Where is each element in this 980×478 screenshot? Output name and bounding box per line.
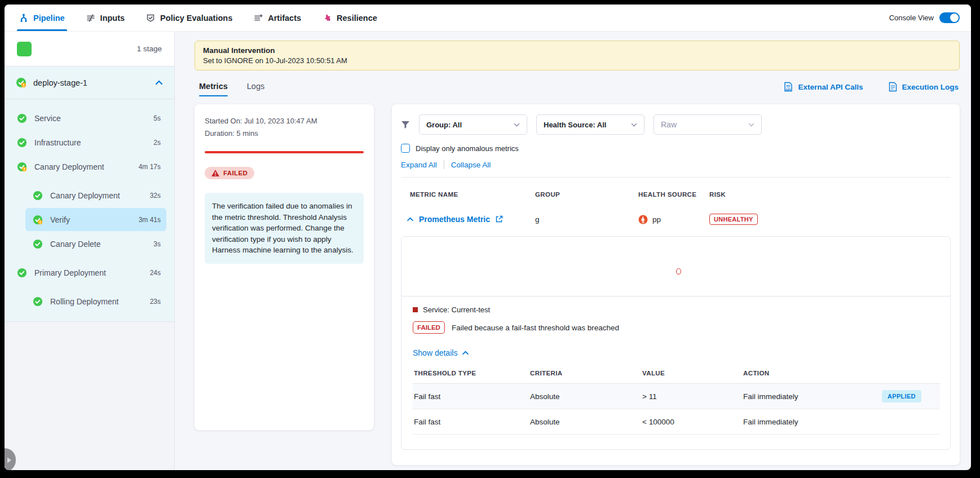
threshold-type: Fail fast	[414, 392, 530, 401]
col-risk: RISK	[709, 191, 951, 198]
raw-filter-select[interactable]: Raw	[654, 114, 762, 135]
banner-title: Manual Intervention	[203, 46, 951, 55]
filter-row: Group: All Health Source: All Raw	[401, 114, 951, 135]
expand-collapse-row: Expand All Collapse All	[401, 160, 951, 169]
success-icon	[17, 113, 27, 123]
col-value: VALUE	[642, 370, 743, 377]
step-verify[interactable]: Verify 3m 41s	[5, 207, 174, 232]
step-list: Service 5s Infrastructure 2s Canary Depl…	[5, 99, 174, 313]
step-label: Canary Deployment	[50, 191, 120, 200]
nav-tabs: Pipeline Inputs Policy Evaluations Artif…	[19, 5, 377, 31]
external-link-icon[interactable]	[495, 215, 503, 223]
nav-tab-pipeline[interactable]: Pipeline	[19, 5, 65, 31]
log-links: API External API Calls Execution Logs	[784, 82, 959, 96]
sidebar-filler	[5, 322, 174, 470]
chart-legend: Service: Current-test	[413, 306, 950, 314]
divider	[444, 160, 444, 169]
col-group: GROUP	[535, 191, 638, 198]
threshold-criteria: Absolute	[530, 392, 642, 401]
risk-badge-unhealthy: UNHEALTHY	[709, 214, 758, 225]
threshold-value: < 100000	[642, 418, 743, 426]
step-canary-deployment[interactable]: Canary Deployment 32s	[5, 183, 174, 207]
chevron-down-icon	[631, 123, 637, 127]
success-icon	[33, 296, 43, 307]
chevron-up-icon[interactable]	[155, 80, 163, 85]
stage-name: deploy-stage-1	[33, 78, 87, 87]
col-metric-name: METRIC NAME	[410, 191, 535, 198]
nav-tab-label: Resilience	[337, 14, 377, 23]
step-duration: 3s	[153, 240, 161, 248]
pipeline-status-square	[17, 42, 32, 56]
threshold-criteria: Absolute	[530, 418, 642, 426]
nav-tab-artifacts[interactable]: Artifacts	[254, 5, 301, 31]
nav-tab-label: Artifacts	[268, 14, 301, 23]
step-label: Infrastructure	[34, 138, 81, 147]
fail-reason-message: Failed because a fail-fast threshold was…	[452, 324, 619, 332]
group-filter-value: Group: All	[426, 121, 462, 129]
threshold-value: > 11	[642, 392, 743, 401]
external-api-calls-link[interactable]: API External API Calls	[784, 82, 863, 92]
app-window: Pipeline Inputs Policy Evaluations Artif…	[5, 5, 971, 470]
col-criteria: CRITERIA	[530, 370, 642, 377]
nav-tab-label: Pipeline	[33, 14, 65, 23]
metric-name-link[interactable]: Prometheus Metric	[419, 215, 490, 224]
show-details-label: Show details	[413, 348, 457, 357]
manual-intervention-banner: Manual Intervention Set to IGNORE on 10-…	[195, 41, 960, 70]
artifacts-icon	[254, 14, 263, 23]
success-icon	[17, 138, 27, 148]
chevron-down-icon	[514, 123, 520, 127]
group-filter-select[interactable]: Group: All	[419, 114, 527, 135]
nav-tab-policy-evaluations[interactable]: Policy Evaluations	[146, 5, 232, 31]
divider	[401, 177, 951, 178]
sidebar-header: 1 stage	[5, 32, 174, 67]
expand-all-link[interactable]: Expand All	[401, 161, 437, 169]
col-threshold-type: THRESHOLD TYPE	[414, 370, 530, 377]
success-warning-icon	[17, 162, 27, 172]
show-details-link[interactable]: Show details	[413, 348, 950, 357]
svg-text:API: API	[785, 88, 791, 91]
nav-tab-inputs[interactable]: Inputs	[86, 5, 125, 31]
col-health-source: HEALTH SOURCE	[638, 191, 709, 198]
collapse-all-link[interactable]: Collapse All	[451, 161, 491, 169]
nav-tab-resilience[interactable]: Resilience	[323, 5, 377, 31]
step-group-primary-deployment[interactable]: Primary Deployment 24s	[5, 260, 174, 285]
policy-check-icon	[146, 14, 155, 23]
pipeline-icon	[19, 14, 28, 23]
step-duration: 2s	[153, 139, 161, 147]
nav-tab-label: Inputs	[100, 14, 125, 23]
stage-header-deploy-stage-1[interactable]: deploy-stage-1	[5, 67, 174, 99]
execution-logs-link[interactable]: Execution Logs	[889, 82, 959, 92]
step-canary-delete[interactable]: Canary Delete 3s	[5, 232, 174, 256]
health-source-filter-select[interactable]: Health Source: All	[536, 114, 644, 135]
failed-status-label: FAILED	[223, 170, 248, 176]
health-source-filter-value: Health Source: All	[544, 121, 606, 129]
execution-logs-label: Execution Logs	[902, 83, 959, 91]
anomalous-filter-row: Display only anomalous metrics	[401, 144, 951, 153]
console-view-label: Console View	[889, 14, 934, 22]
metric-row-prometheus: Prometheus Metric g pp UNHEALTHY	[401, 214, 951, 225]
step-infrastructure[interactable]: Infrastructure 2s	[5, 130, 174, 154]
success-warning-icon	[33, 215, 43, 225]
verification-message: The verification failed due to anomalies…	[205, 193, 364, 264]
filter-funnel-icon[interactable]	[401, 121, 410, 129]
success-icon	[33, 239, 43, 249]
collapse-row-chevron-up-icon[interactable]	[407, 217, 414, 222]
tab-metrics[interactable]: Metrics	[199, 82, 228, 96]
console-view-toggle[interactable]	[939, 12, 960, 23]
success-icon	[33, 191, 43, 201]
anomalous-data-point[interactable]	[676, 268, 681, 275]
play-arrow-icon	[7, 457, 12, 463]
top-navigation: Pipeline Inputs Policy Evaluations Artif…	[5, 5, 971, 32]
detail-tabs-row: Metrics Logs API External API Calls Exec…	[195, 82, 960, 96]
step-rolling-deployment[interactable]: Rolling Deployment 23s	[5, 289, 174, 313]
threshold-type: Fail fast	[414, 418, 530, 426]
duration: Duration: 5 mins	[205, 129, 364, 138]
metrics-panel: Group: All Health Source: All Raw	[392, 104, 960, 465]
step-group-canary-deployment[interactable]: Canary Deployment 4m 17s	[5, 154, 174, 179]
tab-logs[interactable]: Logs	[247, 82, 264, 96]
step-service[interactable]: Service 5s	[5, 106, 174, 130]
failed-status-badge: FAILED	[205, 167, 254, 179]
anomalous-checkbox[interactable]	[401, 144, 410, 153]
success-icon	[17, 268, 27, 278]
fail-reason-row: FAILED Failed because a fail-fast thresh…	[413, 321, 950, 334]
